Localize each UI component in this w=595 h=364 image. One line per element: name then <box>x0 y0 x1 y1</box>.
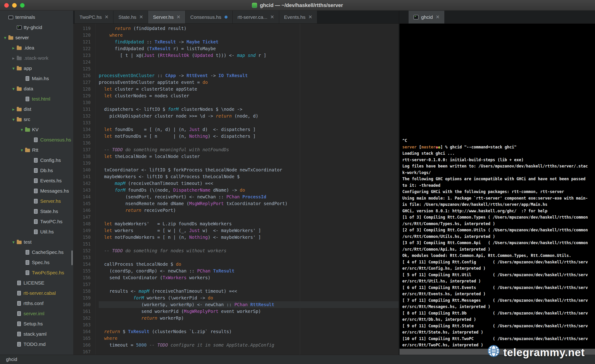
tree-item-rtt-server-cabal[interactable]: rtt-server.cabal <box>0 288 73 298</box>
terminal-output[interactable]: ^Cserver [master●●] % ghcid "--command=s… <box>400 24 595 349</box>
tree-item-consensus-hs[interactable]: Consensus.hs <box>0 135 73 145</box>
code-line[interactable]: -- TODO do something for nodes without w… <box>99 247 399 254</box>
tree-item-main-hs[interactable]: Main.hs <box>0 73 73 84</box>
tree-item-messages-hs[interactable]: Messages.hs <box>0 186 73 196</box>
close-tab-icon[interactable]: × <box>308 14 312 20</box>
tree-item-setup-hs[interactable]: Setup.hs <box>0 319 73 329</box>
code-line[interactable]: findUpdated :: TxResult -> Maybe Ticket <box>99 39 399 45</box>
code-line[interactable] <box>99 322 399 328</box>
tree-item-twopc-hs[interactable]: TwoPC.hs <box>0 217 73 227</box>
tree-item-events-hs[interactable]: Events.hs <box>0 176 73 186</box>
code-line[interactable]: [ t | x@(Just (RttResultOk (Updated t)))… <box>99 52 399 59</box>
code-line[interactable] <box>99 140 399 146</box>
tree-item-state-hs[interactable]: State.hs <box>0 206 73 217</box>
code-line[interactable]: return (findUpdated result) <box>99 25 399 32</box>
code-line[interactable]: mapM (receiveChanTimeout timeout) =<< <box>99 180 399 187</box>
tree-item-kv[interactable]: ▾KV <box>0 125 73 135</box>
chevron-right-icon[interactable]: ▸ <box>10 46 17 50</box>
code-line[interactable]: txCoordinator <- liftIO $ forkProcess th… <box>99 167 399 173</box>
code-line[interactable]: send txCoordinator (TxWorkers workers) <box>99 274 399 281</box>
code-line[interactable]: results <- mapM (receiveChanTimeout time… <box>99 288 399 294</box>
tree-item-config-hs[interactable]: Config.hs <box>0 155 73 165</box>
code-line[interactable]: findUpdated (TxResult r) = listToMaybe <box>99 45 399 52</box>
tree-item-util-hs[interactable]: Util.hs <box>0 227 73 237</box>
code-line[interactable]: let foundDs = [ (n, d) | (n, Just d) <- … <box>99 126 399 133</box>
tree-item-server-iml[interactable]: server.iml <box>0 308 73 319</box>
code-line[interactable] <box>99 241 399 247</box>
tree-item-server-hs[interactable]: Server.hs <box>0 196 73 206</box>
minimize-window-button[interactable] <box>12 3 17 8</box>
chevron-down-icon[interactable]: ▾ <box>10 66 17 71</box>
tree-item-todo-md[interactable]: TODO.md <box>0 339 73 349</box>
tree-item-test[interactable]: ▾test <box>0 237 73 247</box>
code-line[interactable]: let notFoundWorkers = [ n | (n, Nothing)… <box>99 234 399 241</box>
tree-item-test-html[interactable]: test.html <box>0 94 73 104</box>
close-tab-icon[interactable]: × <box>270 14 274 20</box>
chevron-down-icon[interactable]: ▾ <box>10 240 17 244</box>
code-line[interactable]: let notFoundDs = [ n | (n, Nothing) <- d… <box>99 133 399 140</box>
code-line[interactable] <box>99 99 399 106</box>
code-line[interactable]: where <box>99 335 399 342</box>
close-tab-icon[interactable]: × <box>436 14 439 20</box>
sidebar-scrollbar-thumb[interactable] <box>71 250 73 265</box>
code-line[interactable]: maybeWorkers <- liftIO $ callProcess the… <box>99 173 399 180</box>
tree-item-app[interactable]: ▾app <box>0 63 73 73</box>
code-line[interactable]: return $ TxResult (clusterNodes `L.zip` … <box>99 328 399 335</box>
tree-item-license[interactable]: LICENSE <box>0 278 73 288</box>
tree-item-stack-yaml[interactable]: stack.yaml <box>0 329 73 339</box>
tree-item-server[interactable]: ▾server <box>0 33 73 43</box>
chevron-down-icon[interactable]: ▾ <box>19 127 25 132</box>
code-line[interactable]: timeout = 5000 -- TODO configure it in s… <box>99 342 399 349</box>
tab-consensus-hs[interactable]: Consensus.hs <box>185 11 233 23</box>
tree-item-stack-work[interactable]: ▸.stack-work <box>0 53 73 63</box>
code-line[interactable]: let theLocalNode = localNode cluster <box>99 153 399 160</box>
tree-item-tty-ghcid[interactable]: tty-ghcid <box>0 22 73 33</box>
code-line[interactable]: let clusterNodes = nodes cluster <box>99 92 399 99</box>
code-line[interactable] <box>99 160 399 167</box>
tree-item-spec-hs[interactable]: Spec.hs <box>0 257 73 268</box>
code-line[interactable]: where <box>99 32 399 39</box>
code-line[interactable] <box>99 65 399 72</box>
chevron-down-icon[interactable]: ▾ <box>10 117 17 122</box>
code-line[interactable]: pickUpDispatcher cluster node >>= \d -> … <box>99 113 399 119</box>
tree-item-cachespec-hs[interactable]: CacheSpec.hs <box>0 247 73 257</box>
tab-rtt-server-ca[interactable]: rtt-server.ca...× <box>233 11 279 23</box>
chevron-down-icon[interactable]: ▾ <box>19 148 25 152</box>
code-line[interactable]: dispatchers <- liftIO $ forM clusterNode… <box>99 106 399 113</box>
code-area[interactable]: return (findUpdated result) where findUp… <box>96 24 399 355</box>
tab-state-hs[interactable]: State.hs× <box>113 11 148 23</box>
tree-item-data[interactable]: ▾data <box>0 84 73 94</box>
code-line[interactable]: return receivePort) <box>99 207 399 214</box>
code-line[interactable]: processEventOnCluster appState event = d… <box>99 79 399 86</box>
tab-ghcid[interactable]: ghcid× <box>409 11 445 23</box>
code-line[interactable]: forM foundDs (\(node, DispatcherName dNa… <box>99 187 399 194</box>
chevron-down-icon[interactable]: ▾ <box>2 35 8 40</box>
code-line[interactable] <box>99 254 399 261</box>
chevron-right-icon[interactable]: ▸ <box>10 56 17 60</box>
code-line[interactable]: let workers = [ w | (_, Just w) <- maybe… <box>99 227 399 234</box>
code-line[interactable] <box>99 349 399 355</box>
close-tab-icon[interactable]: × <box>140 14 143 20</box>
tree-item-twopcspec-hs[interactable]: TwoPcSpec.hs <box>0 268 73 278</box>
code-line[interactable]: callProcess theLocalNode $ do <box>99 261 399 268</box>
code-line[interactable]: processEventOnCluster :: CApp -> RttEven… <box>99 72 399 79</box>
code-line[interactable]: (coordSp, coordRp) <- newChan :: PChan T… <box>99 268 399 274</box>
code-editor[interactable]: 1191201211221231241251261271281291301311… <box>73 24 399 355</box>
chevron-right-icon[interactable]: ▸ <box>10 107 17 112</box>
code-line[interactable]: nsendRemote node dName (MsgWReplyPort tx… <box>99 200 399 207</box>
tab-server-hs[interactable]: Server.hs× <box>148 11 185 23</box>
tab-events-hs[interactable]: Events.hs× <box>279 11 317 23</box>
code-line[interactable]: let cluster = clusterState appState <box>99 86 399 92</box>
tree-item-src[interactable]: ▾src <box>0 114 73 125</box>
code-line[interactable] <box>99 119 399 126</box>
zoom-window-button[interactable] <box>20 3 25 8</box>
code-line[interactable] <box>99 214 399 220</box>
tree-item-db-hs[interactable]: Db.hs <box>0 165 73 176</box>
tree-item-idea[interactable]: ▸.idea <box>0 43 73 53</box>
chevron-down-icon[interactable]: ▾ <box>10 87 17 91</box>
code-line[interactable]: send workerPid (MsgWReplyPort event work… <box>99 308 399 315</box>
code-line[interactable] <box>99 59 399 65</box>
code-line[interactable]: -- TODO do something meaningful with not… <box>99 146 399 153</box>
tree-item-rtths-conf[interactable]: rtths.conf <box>0 298 73 308</box>
code-line[interactable]: return workerRp) <box>99 315 399 322</box>
